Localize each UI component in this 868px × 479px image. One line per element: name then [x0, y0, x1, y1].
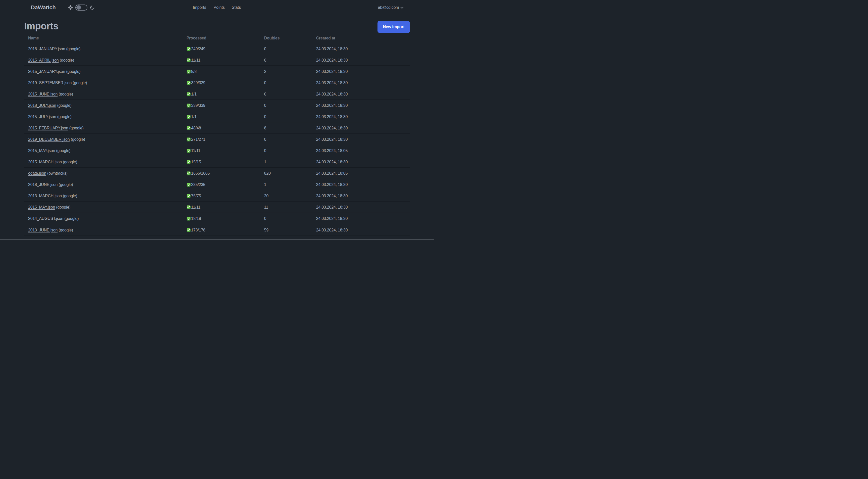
created-at-cell: 24.03.2024, 18:30 — [312, 88, 410, 99]
user-email: ab@cd.com — [378, 5, 399, 10]
import-source: (owntracks) — [47, 171, 67, 175]
import-file-link[interactable]: 2013_JUNE.json — [28, 228, 58, 232]
doubles-cell: 0 — [260, 145, 312, 156]
created-at-cell: 24.03.2024, 18:30 — [312, 213, 410, 224]
processed-cell: 15/15 — [183, 156, 260, 168]
import-file-link[interactable]: 2015_MAY.json — [28, 205, 55, 209]
processed-count: 1665/1665 — [191, 171, 210, 175]
table-row: 2015_JUNE.json (google) 1/1024.03.2024, … — [24, 88, 410, 99]
theme-toggle-knob — [76, 5, 81, 10]
nav-link-stats[interactable]: Stats — [232, 5, 241, 10]
import-source: (google) — [57, 103, 71, 108]
check-success-icon — [187, 138, 191, 142]
check-success-icon — [187, 103, 191, 108]
created-at-cell — [312, 236, 410, 239]
doubles-cell: 0 — [260, 133, 312, 145]
table-row: 2013_JUNE.json (google) 178/1785924.03.2… — [24, 224, 410, 235]
created-at-cell: 24.03.2024, 18:30 — [312, 156, 410, 168]
import-file-link[interactable]: 2015_APRIL.json — [28, 58, 59, 62]
import-file-link[interactable]: 2015_MARCH.json — [28, 160, 62, 164]
created-at-cell: 24.03.2024, 18:30 — [312, 77, 410, 88]
doubles-cell: 2 — [260, 66, 312, 77]
import-name-cell: 2015_APRIL.json (google) — [24, 54, 183, 66]
import-source: (google) — [56, 205, 70, 209]
table-row: 2015_MAY.json (google) 11/11024.03.2024,… — [24, 145, 410, 156]
navbar: DaWarIch Imports Points Stats — [0, 0, 434, 15]
table-row-partial — [24, 236, 410, 239]
import-source: (google) — [64, 216, 79, 221]
check-success-icon — [187, 70, 191, 73]
screen-right-edge — [434, 0, 434, 239]
import-file-link[interactable]: 2014_AUGUST.json — [28, 216, 63, 221]
import-file-link[interactable]: 2015_JUNE.json — [28, 92, 58, 96]
import-name-cell: 2015_JANUARY.json (google) — [24, 66, 183, 77]
doubles-cell: 820 — [260, 168, 312, 179]
processed-cell: 178/178 — [183, 224, 260, 235]
import-file-link[interactable]: 2015_JULY.json — [28, 115, 56, 119]
import-file-link[interactable]: 2018_JULY.json — [28, 103, 56, 108]
theme-toggle[interactable] — [75, 4, 87, 10]
import-source: (google) — [72, 81, 87, 85]
doubles-cell — [260, 236, 312, 239]
doubles-cell: 8 — [260, 122, 312, 133]
processed-cell: 48/48 — [183, 122, 260, 133]
created-at-cell: 24.03.2024, 18:30 — [312, 122, 410, 133]
brand-logo[interactable]: DaWarIch — [31, 4, 56, 11]
doubles-cell: 0 — [260, 111, 312, 122]
screen-left-edge — [0, 0, 0, 239]
doubles-cell: 1 — [260, 179, 312, 190]
import-file-link[interactable]: odata.json — [28, 171, 46, 175]
import-file-link[interactable]: 2018_JANUARY.json — [28, 47, 65, 51]
processed-cell: 1665/1665 — [183, 168, 260, 179]
doubles-cell: 1 — [260, 156, 312, 168]
import-file-link[interactable]: 2018_JUNE.json — [28, 182, 58, 187]
import-file-link[interactable]: 2015_JANUARY.json — [28, 69, 65, 73]
import-name-cell: 2019_SEPTEMBER.json (google) — [24, 77, 183, 88]
created-at-cell: 24.03.2024, 18:05 — [312, 145, 410, 156]
check-success-icon — [187, 92, 191, 96]
table-row: 2015_APRIL.json (google) 11/11024.03.202… — [24, 54, 410, 66]
check-success-icon — [187, 126, 191, 130]
app-window: DaWarIch Imports Points Stats — [0, 0, 434, 239]
processed-cell: 75/75 — [183, 190, 260, 201]
user-menu[interactable]: ab@cd.com — [378, 5, 404, 10]
table-row: 2018_JANUARY.json (google) 249/249024.03… — [24, 43, 410, 54]
import-name-cell: 2015_JULY.json (google) — [24, 111, 183, 122]
processed-count: 18/18 — [191, 216, 201, 221]
nav-link-points[interactable]: Points — [214, 5, 224, 10]
table-row: odata.json (owntracks) 1665/166582024.03… — [24, 168, 410, 179]
processed-count: 15/15 — [191, 160, 201, 164]
import-source: (google) — [66, 69, 81, 73]
table-row: 2013_MARCH.json (google) 75/752024.03.20… — [24, 190, 410, 201]
import-file-link[interactable]: 2015_MAY.json — [28, 149, 55, 153]
doubles-cell: 0 — [260, 88, 312, 99]
processed-cell: 329/329 — [183, 77, 260, 88]
column-header-created-at: Created at — [312, 32, 410, 43]
import-source: (google) — [60, 58, 74, 62]
check-success-icon — [187, 205, 191, 209]
created-at-cell: 24.03.2024, 18:30 — [312, 43, 410, 54]
import-file-link[interactable]: 2019_SEPTEMBER.json — [28, 81, 71, 85]
import-file-link[interactable]: 2019_DECEMBER.json — [28, 137, 69, 142]
import-name-cell: 2015_MAY.json (google) — [24, 201, 183, 213]
import-name-cell: 2013_JUNE.json (google) — [24, 224, 183, 235]
check-success-icon — [187, 194, 191, 198]
processed-cell: 8/8 — [183, 66, 260, 77]
import-file-link[interactable]: 2013_MARCH.json — [28, 194, 62, 198]
table-row: 2015_FEBRUARY.json (google) 48/48824.03.… — [24, 122, 410, 133]
import-source: (google) — [63, 160, 77, 164]
check-success-icon — [187, 47, 191, 51]
nav-link-imports[interactable]: Imports — [193, 5, 206, 10]
doubles-cell: 0 — [260, 43, 312, 54]
check-success-icon — [187, 58, 191, 62]
created-at-cell: 24.03.2024, 18:30 — [312, 190, 410, 201]
import-file-link[interactable]: 2015_FEBRUARY.json — [28, 126, 68, 130]
processed-count: 1/1 — [191, 92, 197, 96]
processed-cell: 249/249 — [183, 43, 260, 54]
created-at-cell: 24.03.2024, 18:30 — [312, 99, 410, 111]
table-row: 2018_JULY.json (google) 339/339024.03.20… — [24, 99, 410, 111]
processed-count: 11/11 — [191, 58, 200, 62]
table-row: 2019_SEPTEMBER.json (google) 329/329024.… — [24, 77, 410, 88]
processed-cell: 271/271 — [183, 133, 260, 145]
new-import-button[interactable]: New import — [377, 21, 410, 33]
